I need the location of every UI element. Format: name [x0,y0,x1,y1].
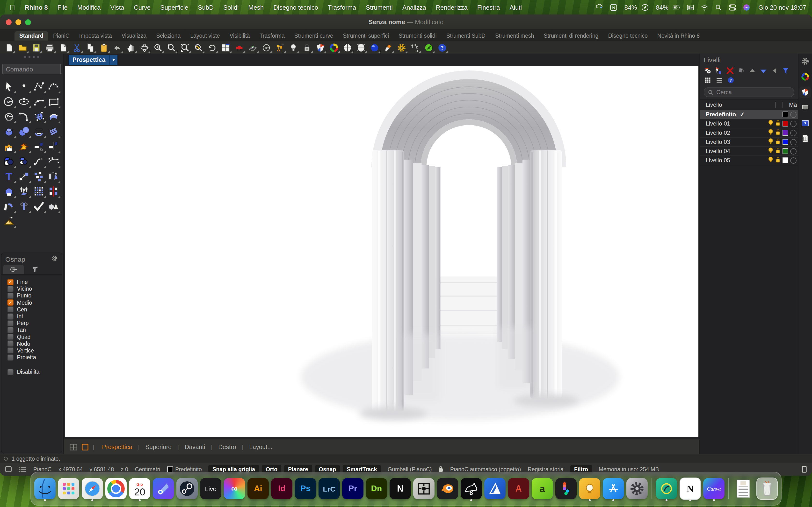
cplane-button[interactable] [247,42,259,53]
osnap-proietta[interactable]: Proietta [7,354,62,361]
osnap-tab-icon[interactable] [3,265,24,274]
tool-control-point-curve[interactable] [32,80,46,93]
tool-section[interactable] [47,185,61,198]
layer-color-swatch[interactable] [782,112,788,117]
tool-curved-surface[interactable] [47,110,61,123]
menu-finestra[interactable]: Finestra [472,4,505,11]
menu-disegno-tecnico[interactable]: Disegno tecnico [268,4,323,11]
record-history-button[interactable]: Registra storia [528,466,564,472]
dock-app-blue-design-app[interactable] [153,478,174,499]
panel-toggle-icon[interactable] [5,465,12,473]
tool-twist-deform[interactable] [17,200,31,213]
zoom-window-button[interactable] [165,42,178,53]
current-layer-button[interactable]: Predefinito [167,466,202,472]
ribbon-tab-trasforma[interactable]: Trasforma [255,32,290,41]
cut-button[interactable] [70,42,83,53]
menu-superficie[interactable]: Superficie [155,4,193,11]
single-viewport-icon[interactable] [81,444,89,450]
panel-drag-handle[interactable] [0,54,63,58]
rotate-view-button[interactable] [138,42,151,53]
cleaner-icon[interactable] [641,3,649,11]
sync-cloud-icon[interactable] [596,3,604,11]
dock-app-notion[interactable]: N [679,478,701,499]
dock-app-touchdesigner[interactable] [413,478,435,499]
viewport-title-menu[interactable]: Prospettica ▼ [69,55,117,65]
render-current-button[interactable] [422,42,435,53]
osnap-fine[interactable]: ✓Fine [7,279,62,285]
dock-app-blender[interactable] [437,478,458,499]
print-button[interactable] [44,42,56,53]
move-up-icon[interactable] [748,67,756,75]
layer-color-swatch[interactable] [782,130,788,136]
viewport-title-dropdown-icon[interactable]: ▼ [109,55,117,65]
search-icon[interactable] [714,3,723,11]
dock-app-creative-cloud[interactable]: ∞ [224,478,245,499]
osnap-cen[interactable]: Cen [7,306,62,313]
ribbon-tab-strumenti-curve[interactable]: Strumenti curve [290,32,338,41]
tool-extrude-surface[interactable] [17,185,31,198]
new-sublayer-icon[interactable] [715,67,723,75]
open-file-button[interactable] [16,42,29,53]
wifi-icon[interactable] [700,3,709,11]
viewport-tab-superiore[interactable]: Superiore [140,444,177,450]
osnap-vicino[interactable]: Vicino [7,285,62,292]
new-file-button[interactable] [3,42,15,53]
ribbon-tab-strumenti-subd[interactable]: Strumenti SubD [442,32,490,41]
layer-color-swatch[interactable] [782,157,788,163]
layer-unlocked-icon[interactable] [775,129,780,137]
panel-tab-gear-icon[interactable] [800,56,811,67]
viewport-tab-prospettica[interactable]: Prospettica [96,444,138,450]
ribbon-tab-novità-in-rhino-8[interactable]: Novità in Rhino 8 [653,32,704,41]
tool-torus[interactable] [32,125,46,138]
layer-visibility-bulb-icon[interactable] [768,157,773,164]
zoom-dynamic-button[interactable] [152,42,164,53]
ribbon-tab-seleziona[interactable]: Seleziona [151,32,185,41]
tool-boolean-difference[interactable] [17,155,31,168]
duplicate-layer-icon[interactable] [737,67,745,75]
object-visibility-button[interactable] [233,42,246,53]
tool-boolean-union[interactable] [2,155,16,168]
dock-app-ableton-live[interactable]: Live [200,478,221,499]
viewport-tab-destro[interactable]: Destro [212,444,242,450]
layer-color-swatch[interactable] [782,139,788,145]
dock-app-lightbulb-app[interactable] [579,478,600,499]
filter-funnel-icon[interactable] [781,67,790,75]
ribbon-tab-strumenti-di-rendering[interactable]: Strumenti di rendering [539,32,603,41]
move-left-icon[interactable] [770,67,779,75]
ribbon-tab-strumenti-mesh[interactable]: Strumenti mesh [490,32,539,41]
tool-ellipse[interactable] [17,95,31,108]
tool-arc[interactable] [32,95,46,108]
command-list-icon[interactable] [19,466,27,472]
ribbon-tab-pianic[interactable]: PianiC [48,32,74,41]
viewport-canvas[interactable] [65,66,698,437]
dock-app-canva[interactable]: Canva [703,478,724,499]
tool-plugin-puzzle[interactable] [2,140,16,153]
dimension-button[interactable] [409,42,421,53]
tool-check-selection[interactable] [32,200,46,213]
panel-tab-layers-shield-icon[interactable] [800,87,811,98]
dock-app-lightroom-classic[interactable]: LrC [318,478,340,499]
auto-cplane-button[interactable]: PianoC automatico (oggetto) [450,466,521,472]
circle-center-button[interactable] [260,42,272,53]
tool-box-edit[interactable] [2,185,16,198]
dock-app-illustrator[interactable]: Ai [248,478,269,499]
delete-layer-icon[interactable] [726,67,734,75]
layer-row-livello-04[interactable]: Livello 04 [700,147,798,156]
tool-fillet-curve[interactable] [17,110,31,123]
help-button[interactable]: ? [436,42,449,53]
menu-mesh[interactable]: Mesh [244,4,269,11]
layer-row-livello-02[interactable]: Livello 02 [700,128,798,137]
menubar-clock[interactable]: Gio 20 nov 18:07 [758,4,806,11]
menu-vista[interactable]: Vista [106,4,129,11]
ribbon-tab-strumenti-solidi[interactable]: Strumenti solidi [394,32,441,41]
ribbon-tab-disegno-tecnico[interactable]: Disegno tecnico [603,32,653,41]
shaded-sphere-button[interactable] [341,42,354,53]
tool-rectangular-array[interactable] [32,185,46,198]
menu-analizza[interactable]: Analizza [398,4,431,11]
layer-material-icon[interactable] [790,148,797,154]
osnap-tan[interactable]: Tan [7,327,62,333]
zoom-selected-button[interactable] [192,42,205,53]
dock-app-calendar[interactable]: Gio20 [129,478,150,499]
dock-app-trash[interactable] [756,478,778,499]
layer-material-icon[interactable] [790,157,797,163]
